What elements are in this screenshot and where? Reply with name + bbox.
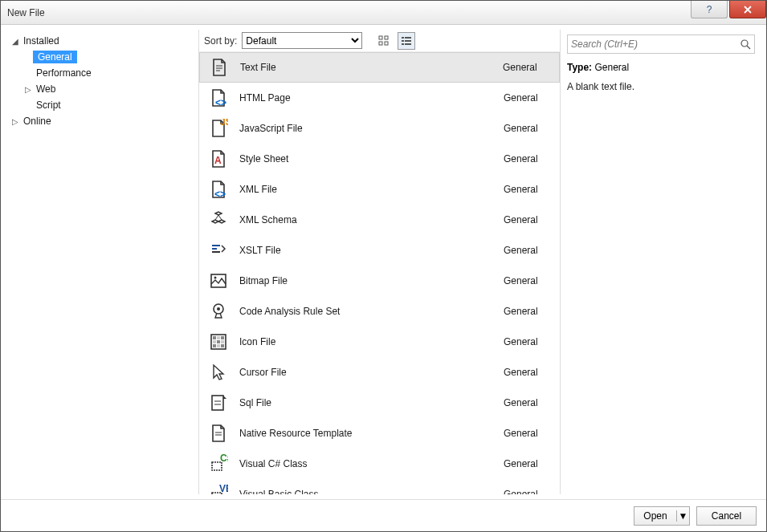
template-name: XSLT File [239, 245, 504, 256]
chevron-down-icon: ▼ [679, 510, 688, 522]
template-row[interactable]: Bitmap FileGeneral [199, 266, 560, 296]
template-category: General [504, 92, 560, 104]
expand-icon: ▷ [23, 85, 33, 94]
help-button[interactable]: ? [691, 1, 728, 18]
svg-rect-32 [217, 340, 220, 343]
svg-rect-37 [212, 396, 223, 410]
template-row[interactable]: Icon FileGeneral [199, 327, 560, 357]
tree-item-performance[interactable]: Performance [9, 65, 193, 81]
template-row[interactable]: Text FileGeneral [199, 52, 560, 83]
tree-item-installed[interactable]: ◢ Installed [9, 33, 193, 49]
tree-item-general[interactable]: General [9, 49, 193, 65]
icon-file-icon [207, 331, 230, 353]
visual-csharp-class-icon: C# [207, 453, 230, 475]
search-icon[interactable] [740, 39, 751, 50]
template-category: General [504, 336, 560, 347]
template-row[interactable]: Cursor FileGeneral [199, 357, 560, 388]
cancel-button[interactable]: Cancel [696, 506, 757, 526]
grid-view-icon [378, 35, 390, 47]
template-name: Cursor File [239, 367, 504, 378]
tree-label-online: Online [20, 115, 55, 128]
details-pane: Type: General A blank text file. [561, 30, 761, 494]
svg-rect-2 [385, 36, 388, 39]
template-name: JavaScript File [239, 123, 504, 134]
tree-label: Web [33, 83, 59, 95]
xml-file-icon: <> [207, 178, 230, 201]
sql-file-icon [207, 392, 230, 414]
tree-item-web[interactable]: ▷Web [9, 81, 193, 97]
search-box[interactable] [567, 35, 755, 54]
template-category: General [504, 458, 560, 469]
svg-rect-9 [402, 43, 404, 45]
template-list[interactable]: Text FileGeneral<>HTML PageGeneralJSJava… [199, 52, 560, 494]
style-sheet-icon: A [207, 148, 230, 170]
xml-schema-icon [207, 209, 230, 231]
template-category: General [504, 245, 560, 256]
template-row[interactable]: XML SchemaGeneral [199, 205, 560, 235]
template-row[interactable]: <>XML FileGeneral [199, 174, 560, 205]
template-row[interactable]: Sql FileGeneral [199, 388, 560, 418]
svg-rect-31 [213, 340, 216, 343]
svg-text:?: ? [707, 5, 712, 14]
template-row[interactable]: JSJavaScript FileGeneral [199, 113, 560, 144]
svg-rect-6 [405, 37, 411, 39]
template-row[interactable]: XSLT FileGeneral [199, 235, 560, 266]
javascript-file-icon: JS [207, 117, 230, 140]
svg-rect-36 [221, 344, 224, 347]
tree-label: Performance [33, 67, 95, 79]
svg-text:<>: <> [214, 189, 226, 199]
titlebar-buttons: ? [691, 1, 766, 24]
template-category: General [504, 489, 560, 494]
svg-text:C#: C# [220, 454, 228, 464]
template-name: Sql File [239, 397, 504, 408]
svg-point-46 [741, 40, 748, 47]
svg-point-24 [214, 277, 217, 279]
detail-description: A blank text file. [567, 81, 755, 92]
open-button-label: Open [634, 510, 676, 522]
expand-icon: ▷ [10, 117, 20, 126]
template-category: General [504, 397, 560, 408]
svg-rect-28 [213, 336, 216, 339]
template-name: XML Schema [239, 214, 504, 225]
svg-text:<>: <> [215, 97, 226, 108]
svg-rect-4 [385, 42, 388, 45]
view-small-icons-button[interactable] [398, 32, 415, 50]
titlebar: New File ? [1, 1, 766, 25]
tree-item-online[interactable]: ▷ Online [9, 113, 193, 129]
template-name: Icon File [239, 336, 504, 347]
template-category: General [504, 184, 560, 195]
template-category: General [504, 123, 560, 134]
svg-text:JS: JS [220, 119, 228, 128]
template-name: XML File [239, 184, 504, 195]
sort-by-select[interactable]: Default [242, 32, 362, 49]
close-button[interactable] [729, 1, 766, 18]
svg-text:A: A [214, 155, 222, 166]
template-name: Style Sheet [239, 153, 504, 164]
tree-item-script[interactable]: Script [9, 97, 193, 113]
template-row[interactable]: C#Visual C# ClassGeneral [199, 449, 560, 479]
collapse-icon: ◢ [10, 37, 20, 46]
template-name: Code Analysis Rule Set [239, 306, 504, 317]
template-row[interactable]: <>HTML PageGeneral [199, 83, 560, 113]
svg-rect-10 [405, 43, 411, 45]
template-row[interactable]: Code Analysis Rule SetGeneral [199, 296, 560, 327]
view-medium-icons-button[interactable] [375, 32, 393, 50]
search-input[interactable] [571, 39, 740, 50]
window-title: New File [7, 7, 691, 18]
cancel-button-label: Cancel [712, 510, 741, 522]
svg-line-47 [747, 46, 750, 49]
template-row[interactable]: AStyle SheetGeneral [199, 144, 560, 174]
svg-rect-8 [405, 40, 411, 42]
category-tree[interactable]: ◢ Installed GeneralPerformance▷WebScript… [6, 30, 198, 494]
dialog-footer: Open ▼ Cancel [1, 499, 766, 531]
list-view-icon [401, 35, 412, 47]
close-icon [743, 5, 753, 14]
visual-basic-class-icon: VB [207, 483, 230, 494]
svg-line-19 [218, 215, 222, 220]
code-analysis-rule-set-icon [207, 300, 230, 323]
open-button[interactable]: Open ▼ [634, 506, 690, 526]
template-name: Visual Basic Class [239, 489, 504, 494]
template-row[interactable]: VBVisual Basic ClassGeneral [199, 479, 560, 494]
template-row[interactable]: Native Resource TemplateGeneral [199, 418, 560, 449]
open-button-dropdown[interactable]: ▼ [676, 510, 689, 522]
